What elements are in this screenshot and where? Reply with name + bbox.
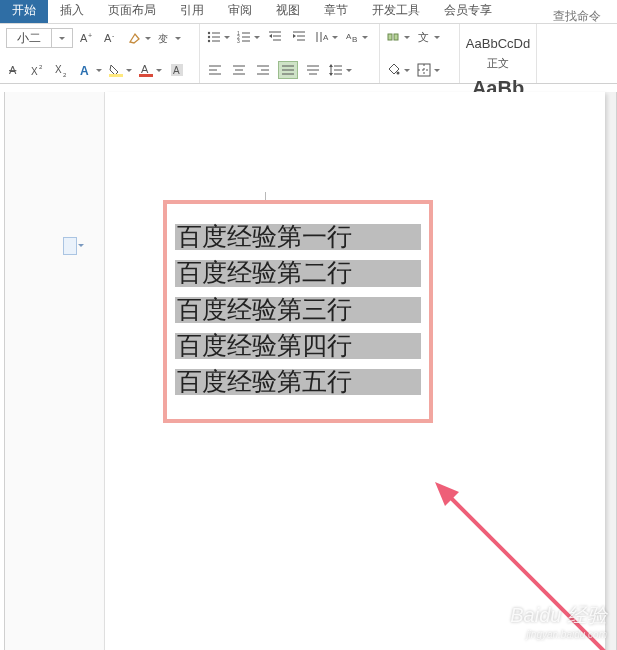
workspace: 百度经验第一行 百度经验第二行 百度经验第三行 百度经验第四行 百度经验第五行 [4,92,617,650]
svg-marker-33 [269,34,272,38]
tab-insert[interactable]: 插入 [48,0,96,23]
svg-rect-13 [109,74,123,77]
font-size-value: 小二 [7,30,51,47]
nav-thumbnail-icon[interactable] [63,237,77,255]
clear-format-button[interactable] [127,29,151,47]
highlight-color-button[interactable] [108,61,132,79]
command-search[interactable] [549,9,617,23]
distribute-button[interactable] [304,61,322,79]
svg-text:A: A [80,32,88,44]
character-shading-button[interactable]: A [168,61,186,79]
strikethrough-button[interactable]: A [6,61,24,79]
decrease-indent-button[interactable] [266,28,284,46]
grow-font-button[interactable]: A+ [79,29,97,47]
bullets-button[interactable] [206,28,230,46]
shading-button[interactable] [386,61,410,79]
svg-text:B: B [352,35,357,44]
svg-text:+: + [88,32,92,39]
svg-text:3: 3 [237,38,240,44]
align-justify-button[interactable] [278,61,298,79]
subscript-button[interactable]: X2 [54,61,72,79]
tab-review[interactable]: 审阅 [216,0,264,23]
asian-layout-button[interactable]: AB [344,28,368,46]
svg-marker-71 [435,482,459,506]
style-normal-label: 正文 [468,56,528,71]
text-direction-button[interactable]: A [314,28,338,46]
annotation-arrow-icon [435,482,617,650]
tab-devtools[interactable]: 开发工具 [360,0,432,23]
font-color-button[interactable]: A [138,61,162,79]
align-right-button[interactable] [254,61,272,79]
svg-text:A: A [141,63,149,75]
svg-point-22 [208,40,210,42]
svg-text:-: - [112,32,115,39]
document-page[interactable]: 百度经验第一行 百度经验第二行 百度经验第三行 百度经验第四行 百度经验第五行 [105,92,605,650]
ribbon-group-effects: 文 [380,24,460,83]
tab-view[interactable]: 视图 [264,0,312,23]
annotation-highlight-box: 百度经验第一行 百度经验第二行 百度经验第三行 百度经验第四行 百度经验第五行 [163,200,433,423]
menu-tabs: 开始 插入 页面布局 引用 审阅 视图 章节 开发工具 会员专享 [0,0,617,24]
align-left-button[interactable] [206,61,224,79]
svg-text:A: A [104,32,112,44]
text-effects-button[interactable]: A [78,61,102,79]
increase-indent-button[interactable] [290,28,308,46]
svg-text:A: A [9,64,17,76]
document-line[interactable]: 百度经验第一行 [175,224,421,250]
svg-marker-37 [293,34,296,38]
tab-chapter[interactable]: 章节 [312,0,360,23]
style-normal-preview: AaBbCcDd [468,30,528,56]
shrink-font-button[interactable]: A- [103,29,121,47]
tab-member[interactable]: 会员专享 [432,0,504,23]
tab-stops-button[interactable] [386,28,410,46]
phonetic-guide-button[interactable]: 变 [157,29,181,47]
superscript-button[interactable]: X2 [30,61,48,79]
svg-rect-64 [394,34,398,40]
tab-start[interactable]: 开始 [0,0,48,23]
ribbon-group-styles: AaBbCcDd 正文 AaBb 标题 1 Aa 标 [460,24,537,83]
svg-marker-62 [329,73,333,76]
svg-line-70 [443,490,615,650]
svg-rect-63 [388,34,392,40]
svg-point-20 [208,36,210,38]
document-line[interactable]: 百度经验第五行 [175,369,421,395]
svg-text:变: 变 [158,33,168,44]
svg-rect-15 [139,74,153,77]
svg-text:2: 2 [39,64,43,70]
line-spacing-button[interactable] [328,61,352,79]
text-tools-button[interactable]: 文 [416,28,440,46]
svg-point-18 [208,32,210,34]
document-line[interactable]: 百度经验第三行 [175,297,421,323]
document-line[interactable]: 百度经验第二行 [175,260,421,286]
borders-button[interactable] [416,61,440,79]
document-line[interactable]: 百度经验第四行 [175,333,421,359]
svg-point-66 [397,72,400,75]
chevron-down-icon[interactable] [51,29,72,47]
align-center-button[interactable] [230,61,248,79]
svg-text:A: A [173,65,180,76]
tab-pagelayout[interactable]: 页面布局 [96,0,168,23]
command-search-input[interactable] [553,9,613,23]
svg-text:X: X [31,66,38,77]
svg-text:文: 文 [418,31,429,43]
svg-text:2: 2 [63,72,67,78]
svg-text:A: A [80,64,89,78]
svg-text:A: A [323,33,329,42]
ribbon: 小二 A+ A- 变 A X2 X2 A A A 123 A AB [0,24,617,84]
svg-marker-61 [329,64,333,67]
navigation-pane[interactable] [5,92,105,650]
style-normal[interactable]: AaBbCcDd 正文 [466,28,530,73]
tab-references[interactable]: 引用 [168,0,216,23]
svg-text:X: X [55,64,62,75]
font-size-select[interactable]: 小二 [6,28,73,48]
numbering-button[interactable]: 123 [236,28,260,46]
ribbon-group-paragraph: 123 A AB [200,24,380,83]
ribbon-group-font: 小二 A+ A- 变 A X2 X2 A A A [0,24,200,83]
